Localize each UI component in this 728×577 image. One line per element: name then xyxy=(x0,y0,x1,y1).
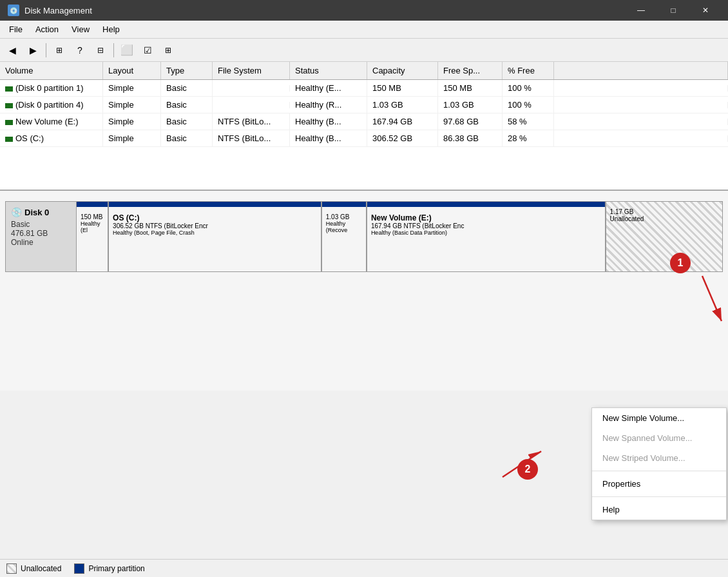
disk-size: 476.81 GB xyxy=(11,229,71,238)
partition-size-4: 167.94 GB NTFS (BitLocker Enc xyxy=(371,222,601,230)
partition-status-4: Healthy (Basic Data Partition) xyxy=(371,230,601,236)
partition-status-2: Healthy (Boot, Page File, Crash xyxy=(113,230,317,236)
maximize-button[interactable]: □ xyxy=(658,0,688,21)
cell-status: Healthy (R... xyxy=(290,97,367,113)
legend-box-unallocated xyxy=(6,563,17,574)
partition-unallocated[interactable]: 1.17 GB Unallocated xyxy=(606,202,722,271)
volume-table: Volume Layout Type File System Status Ca… xyxy=(0,62,728,191)
context-menu-new-simple[interactable]: New Simple Volume... xyxy=(592,408,726,428)
cell-volume: OS (C:) xyxy=(0,130,103,146)
col-header-type[interactable]: Type xyxy=(161,62,213,79)
legend-primary: Primary partition xyxy=(74,563,144,574)
partition-name-2: OS (C:) xyxy=(113,213,317,222)
table-header: Volume Layout Type File System Status Ca… xyxy=(0,62,728,80)
volume-list-button[interactable]: ⊞ xyxy=(50,41,69,59)
context-menu-new-spanned: New Spanned Volume... xyxy=(592,428,726,448)
partition-content-4: New Volume (E:) 167.94 GB NTFS (BitLocke… xyxy=(371,213,601,236)
connect-button[interactable]: ⬜ xyxy=(117,41,137,59)
disk-label: 💿 Disk 0 Basic 476.81 GB Online xyxy=(6,202,77,271)
cell-fs xyxy=(213,102,290,108)
context-menu-properties[interactable]: Properties xyxy=(592,474,726,494)
status-bar: Unallocated Primary partition xyxy=(0,559,728,577)
partition-bar-3 xyxy=(322,202,366,207)
col-header-layout[interactable]: Layout xyxy=(103,62,161,79)
legend-label-primary: Primary partition xyxy=(88,564,144,573)
context-menu-sep-2 xyxy=(592,496,726,497)
context-menu-help[interactable]: Help xyxy=(592,500,726,520)
rescan-button[interactable]: ⊞ xyxy=(158,41,178,59)
partition-content-3: 1.03 GB Healthy (Recove xyxy=(326,213,362,233)
toolbar-sep-1 xyxy=(46,43,46,57)
partition-bar-1 xyxy=(77,202,108,207)
cell-volume: (Disk 0 partition 4) xyxy=(0,97,103,113)
back-button[interactable]: ◀ xyxy=(3,41,22,59)
col-header-pctfree[interactable]: % Free xyxy=(503,62,554,79)
legend-box-primary xyxy=(74,563,84,574)
legend-label-unallocated: Unallocated xyxy=(21,564,61,573)
partition-size-3: 1.03 GB xyxy=(326,213,362,220)
cell-type: Basic xyxy=(161,97,213,113)
title-bar: 💿 Disk Management — □ ✕ xyxy=(0,0,728,21)
table-row[interactable]: (Disk 0 partition 4) Simple Basic Health… xyxy=(0,97,728,113)
table-row[interactable]: OS (C:) Simple Basic NTFS (BitLo... Heal… xyxy=(0,130,728,147)
partition-size-1: 150 MB xyxy=(81,213,104,220)
close-button[interactable]: ✕ xyxy=(691,0,720,21)
partition-status-3: Healthy (Recove xyxy=(326,220,362,233)
context-menu: New Simple Volume... New Spanned Volume.… xyxy=(591,407,727,520)
partition-name-4: New Volume (E:) xyxy=(371,213,601,222)
table-row[interactable]: (Disk 0 partition 1) Simple Basic Health… xyxy=(0,80,728,97)
col-header-capacity[interactable]: Capacity xyxy=(367,62,438,79)
partition-3[interactable]: 1.03 GB Healthy (Recove xyxy=(322,202,367,271)
partition-content-5: 1.17 GB Unallocated xyxy=(610,208,718,222)
col-header-status[interactable]: Status xyxy=(290,62,367,79)
col-header-filesystem[interactable]: File System xyxy=(213,62,290,79)
annotation-circle-1: 1 xyxy=(670,253,691,273)
cell-status: Healthy (B... xyxy=(290,130,367,146)
disk-type: Basic xyxy=(11,220,71,229)
disk-partitions: 150 MB Healthy (El OS (C:) 306.52 GB NTF… xyxy=(77,202,722,271)
cell-layout: Simple xyxy=(103,113,161,130)
partition-size-5: 1.17 GB xyxy=(610,208,718,215)
cell-capacity: 1.03 GB xyxy=(367,97,438,113)
disk-area: 💿 Disk 0 Basic 476.81 GB Online 150 MB H… xyxy=(0,191,728,391)
forward-button[interactable]: ▶ xyxy=(23,41,43,59)
partition-1[interactable]: 150 MB Healthy (El xyxy=(77,202,109,271)
cell-status: Healthy (B... xyxy=(290,113,367,130)
disk-status: Online xyxy=(11,238,71,247)
cell-layout: Simple xyxy=(103,130,161,146)
cell-type: Basic xyxy=(161,130,213,146)
cell-type: Basic xyxy=(161,80,213,96)
menu-action[interactable]: Action xyxy=(29,22,65,37)
col-header-freesp[interactable]: Free Sp... xyxy=(438,62,503,79)
cell-pctfree: 100 % xyxy=(503,80,554,96)
cell-fs: NTFS (BitLo... xyxy=(213,113,290,130)
partition-content-1: 150 MB Healthy (El xyxy=(81,213,104,233)
disk-row: 💿 Disk 0 Basic 476.81 GB Online 150 MB H… xyxy=(5,201,723,272)
check-button[interactable]: ☑ xyxy=(138,41,157,59)
help-toolbar-button[interactable]: ? xyxy=(70,41,90,59)
table-row[interactable]: New Volume (E:) Simple Basic NTFS (BitLo… xyxy=(0,113,728,130)
partition-4[interactable]: New Volume (E:) 167.94 GB NTFS (BitLocke… xyxy=(367,202,606,271)
disk-list-button[interactable]: ⊟ xyxy=(91,41,110,59)
cell-freesp: 86.38 GB xyxy=(438,130,503,146)
cell-extra xyxy=(554,102,728,108)
partition-2[interactable]: OS (C:) 306.52 GB NTFS (BitLocker Encr H… xyxy=(109,202,322,271)
partition-size-2: 306.52 GB NTFS (BitLocker Encr xyxy=(113,222,317,230)
window-controls: — □ ✕ xyxy=(626,0,720,21)
menu-help[interactable]: Help xyxy=(96,22,126,37)
context-menu-sep-1 xyxy=(592,471,726,471)
cell-layout: Simple xyxy=(103,80,161,96)
menu-file[interactable]: File xyxy=(3,22,29,37)
partition-bar-2 xyxy=(109,202,321,207)
cell-pctfree: 28 % xyxy=(503,130,554,146)
cell-freesp: 1.03 GB xyxy=(438,97,503,113)
cell-extra xyxy=(554,119,728,125)
cell-freesp: 97.68 GB xyxy=(438,113,503,130)
menu-view[interactable]: View xyxy=(65,22,96,37)
cell-fs: NTFS (BitLo... xyxy=(213,130,290,146)
minimize-button[interactable]: — xyxy=(626,0,656,21)
toolbar-sep-2 xyxy=(113,43,114,57)
col-header-volume[interactable]: Volume xyxy=(0,62,103,79)
partition-bar-4 xyxy=(367,202,605,207)
cell-freesp: 150 MB xyxy=(438,80,503,96)
